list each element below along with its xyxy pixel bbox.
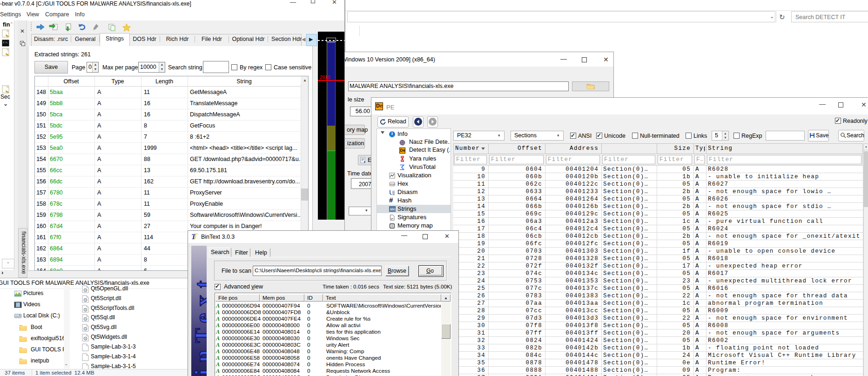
svg-text:C:\: C:\	[3, 41, 8, 44]
svg-text:0101: 0101	[390, 183, 395, 186]
